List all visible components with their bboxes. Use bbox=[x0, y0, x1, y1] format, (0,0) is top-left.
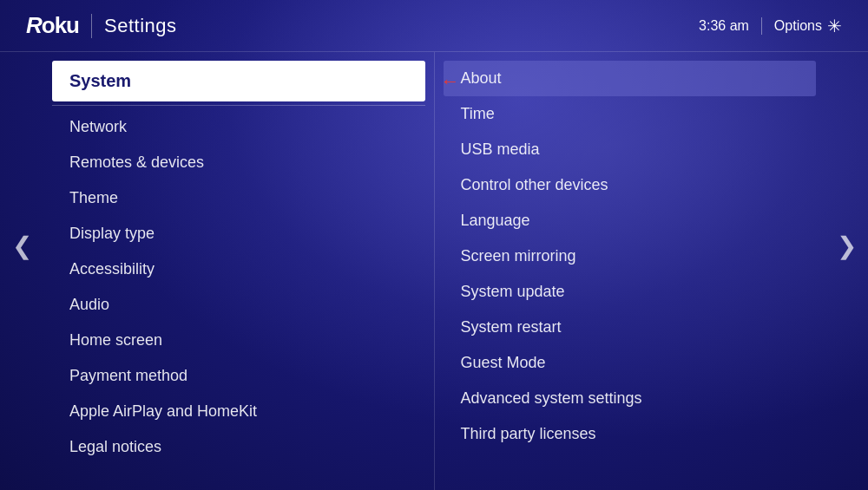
sidebar-item-theme[interactable]: Theme bbox=[52, 180, 425, 216]
sidebar-item-accessibility[interactable]: Accessibility bbox=[52, 252, 425, 287]
arrow-indicator: ← bbox=[441, 70, 460, 93]
menu-divider bbox=[52, 105, 425, 106]
page-title: Settings bbox=[104, 15, 177, 37]
nav-right-arrow[interactable]: ❯ bbox=[825, 232, 868, 312]
sidebar-item-airplay[interactable]: Apple AirPlay and HomeKit bbox=[52, 394, 425, 429]
system-label: System bbox=[69, 71, 131, 91]
clock: 3:36 am bbox=[699, 18, 749, 34]
right-item-control[interactable]: Control other devices bbox=[444, 167, 817, 203]
sidebar-item-home-screen[interactable]: Home screen bbox=[52, 323, 425, 358]
sidebar-item-legal[interactable]: Legal notices bbox=[52, 429, 425, 465]
roku-logo: Roku bbox=[26, 12, 79, 39]
red-arrow-icon: ← bbox=[441, 70, 460, 92]
right-item-usb[interactable]: USB media bbox=[444, 132, 817, 167]
header-left: Roku Settings bbox=[26, 12, 177, 39]
header-right: 3:36 am Options ✳ bbox=[699, 16, 842, 36]
sidebar-item-payment-method[interactable]: Payment method bbox=[52, 358, 425, 394]
options-label: Options bbox=[774, 18, 822, 34]
sidebar-item-remotes[interactable]: Remotes & devices bbox=[52, 145, 425, 180]
right-item-about[interactable]: About bbox=[444, 61, 817, 96]
right-item-time[interactable]: Time bbox=[444, 96, 817, 132]
main-area: ❮ System ← Network Remotes & devices The… bbox=[0, 52, 868, 490]
header-right-divider bbox=[761, 17, 762, 35]
system-selected-item[interactable]: System ← bbox=[52, 61, 425, 101]
right-item-advanced[interactable]: Advanced system settings bbox=[444, 381, 817, 416]
right-item-system-update[interactable]: System update bbox=[444, 274, 817, 310]
header: Roku Settings 3:36 am Options ✳ bbox=[0, 0, 868, 52]
right-item-screen-mirror[interactable]: Screen mirroring bbox=[444, 238, 817, 274]
options-icon: ✳ bbox=[827, 16, 842, 36]
nav-left-arrow[interactable]: ❮ bbox=[0, 232, 43, 312]
right-panel: About Time USB media Control other devic… bbox=[434, 52, 825, 490]
header-divider bbox=[91, 14, 92, 38]
sidebar-item-display-type[interactable]: Display type bbox=[52, 216, 425, 252]
right-item-licenses[interactable]: Third party licenses bbox=[444, 416, 817, 452]
right-item-system-restart[interactable]: System restart bbox=[444, 310, 817, 345]
right-item-guest-mode[interactable]: Guest Mode bbox=[444, 345, 817, 381]
options-button[interactable]: Options ✳ bbox=[774, 16, 842, 36]
sidebar-item-network[interactable]: Network bbox=[52, 109, 425, 145]
left-panel: System ← Network Remotes & devices Theme… bbox=[43, 52, 434, 490]
right-item-language[interactable]: Language bbox=[444, 203, 817, 238]
sidebar-item-audio[interactable]: Audio bbox=[52, 287, 425, 323]
